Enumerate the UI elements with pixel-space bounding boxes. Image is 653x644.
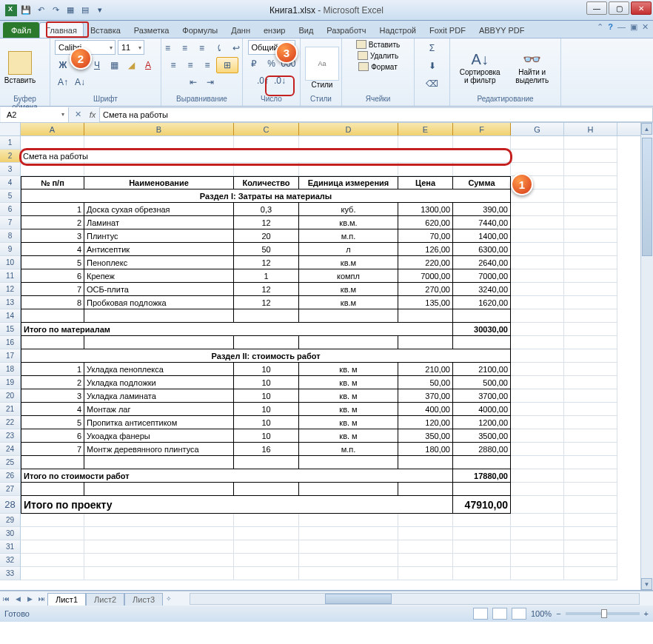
cell[interactable] <box>564 376 617 389</box>
cell[interactable] <box>564 229 617 243</box>
cell[interactable]: кв.м <box>299 283 398 296</box>
mdi-close-icon[interactable]: ✕ <box>642 22 649 32</box>
cell[interactable] <box>299 540 398 554</box>
cell[interactable]: 0,3 <box>234 203 299 216</box>
cell[interactable] <box>511 229 564 243</box>
cell[interactable] <box>511 456 564 469</box>
cell[interactable] <box>398 567 453 580</box>
cell[interactable]: Крепеж <box>84 269 234 283</box>
cell[interactable]: 1200,00 <box>453 416 511 429</box>
cell[interactable]: Количество <box>234 176 299 189</box>
cell[interactable]: Пробковая подложка <box>84 296 234 309</box>
cell[interactable]: кв.м. <box>299 216 398 229</box>
tab-insert[interactable]: Вставка <box>84 22 127 38</box>
cell[interactable] <box>511 403 564 416</box>
cell[interactable]: Укладка ламината <box>84 389 234 403</box>
col-header[interactable]: H <box>564 123 617 135</box>
cell[interactable] <box>234 309 299 323</box>
cell[interactable] <box>398 456 453 469</box>
tab-file[interactable]: Файл <box>3 22 39 38</box>
cell[interactable]: 220,00 <box>398 256 453 269</box>
cells-format[interactable]: Формат <box>358 62 398 71</box>
cell[interactable] <box>299 456 398 469</box>
cell[interactable]: 16 <box>234 443 299 456</box>
cell[interactable]: 270,00 <box>398 283 453 296</box>
sheet-nav-first[interactable]: ⏮ <box>0 595 12 603</box>
cell[interactable]: 12 <box>234 256 299 269</box>
cell[interactable]: кв. м <box>299 376 398 389</box>
cell[interactable]: 10 <box>234 363 299 376</box>
zoom-out-icon[interactable]: − <box>556 609 560 618</box>
cell[interactable] <box>453 554 511 567</box>
cell[interactable] <box>84 514 234 527</box>
row-header[interactable]: 3 <box>0 163 21 176</box>
cell[interactable] <box>564 456 617 469</box>
col-header[interactable]: E <box>398 123 453 135</box>
cell[interactable]: кв. м <box>299 416 398 429</box>
mdi-restore-icon[interactable]: ▣ <box>630 22 637 32</box>
cell[interactable]: 2 <box>21 216 84 229</box>
sheet-nav-prev[interactable]: ◀ <box>12 595 24 603</box>
cell[interactable]: 4 <box>21 403 84 416</box>
cell[interactable]: Раздел II: стоимость работ <box>21 349 511 363</box>
qat-dropdown-icon[interactable]: ▾ <box>93 4 107 17</box>
new-sheet-icon[interactable]: ✧ <box>163 595 175 603</box>
cell[interactable] <box>511 376 564 389</box>
cell[interactable] <box>564 363 617 376</box>
cell[interactable] <box>564 403 617 416</box>
dec-dec-icon[interactable]: .0↓ <box>272 73 288 89</box>
align-right-icon[interactable]: ≡ <box>199 57 215 73</box>
cell[interactable]: 8 <box>21 296 84 309</box>
cell[interactable] <box>21 567 84 580</box>
autosum-icon[interactable]: Σ <box>424 40 441 56</box>
cell[interactable]: 30030,00 <box>453 323 511 336</box>
cell[interactable] <box>84 136 234 150</box>
cells-insert[interactable]: Вставить <box>356 40 400 49</box>
cell[interactable]: 3 <box>21 229 84 243</box>
cell[interactable] <box>564 514 617 527</box>
cell[interactable] <box>299 567 398 580</box>
row-header[interactable]: 18 <box>0 363 21 376</box>
cell[interactable]: Укоадка фанеры <box>84 429 234 443</box>
cell[interactable]: Цена <box>398 176 453 189</box>
cell[interactable]: 12 <box>234 216 299 229</box>
cell[interactable] <box>234 456 299 469</box>
cell[interactable] <box>511 136 564 150</box>
cell[interactable] <box>21 309 84 323</box>
cell[interactable]: 400,00 <box>398 403 453 416</box>
cell[interactable] <box>511 283 564 296</box>
cell[interactable] <box>564 527 617 540</box>
cell[interactable] <box>564 269 617 283</box>
row-header[interactable]: 4 <box>0 176 21 189</box>
cell[interactable] <box>564 296 617 309</box>
grid[interactable]: A B C D E F G H 12Смета на работы34№ п/п… <box>0 123 653 591</box>
font-color-icon[interactable]: A <box>140 57 156 73</box>
cell[interactable]: 7440,00 <box>453 216 511 229</box>
sort-filter-button[interactable]: A↓ Сортировка и фильтр <box>455 43 505 92</box>
cell[interactable]: 5 <box>21 256 84 269</box>
bold-icon[interactable]: Ж <box>55 57 71 73</box>
row-header[interactable]: 29 <box>0 514 21 527</box>
merge-center-button[interactable]: ⊞ <box>216 57 238 73</box>
fill-down-icon[interactable]: ⬇ <box>424 58 441 74</box>
cell[interactable]: 3500,00 <box>453 429 511 443</box>
cell[interactable]: Пеноплекс <box>84 256 234 269</box>
cell[interactable]: м.п. <box>299 229 398 243</box>
row-header[interactable]: 11 <box>0 269 21 283</box>
cell[interactable]: 135,00 <box>398 296 453 309</box>
zoom-in-icon[interactable]: + <box>644 609 649 618</box>
find-select-button[interactable]: 👓 Найти и выделить <box>508 43 556 92</box>
cell[interactable] <box>564 136 617 150</box>
scroll-down-icon[interactable]: ▼ <box>641 578 652 590</box>
fx-icon[interactable]: fx <box>86 110 99 119</box>
col-header[interactable]: C <box>234 123 299 135</box>
cell[interactable] <box>511 296 564 309</box>
vertical-scrollbar[interactable]: ▲ ▼ <box>640 123 653 590</box>
cell[interactable] <box>511 243 564 256</box>
cell[interactable] <box>234 527 299 540</box>
cell[interactable] <box>84 527 234 540</box>
cell[interactable] <box>398 554 453 567</box>
sheet-nav-next[interactable]: ▶ <box>24 595 36 603</box>
cell[interactable]: ОСБ-плита <box>84 283 234 296</box>
cell[interactable] <box>511 429 564 443</box>
